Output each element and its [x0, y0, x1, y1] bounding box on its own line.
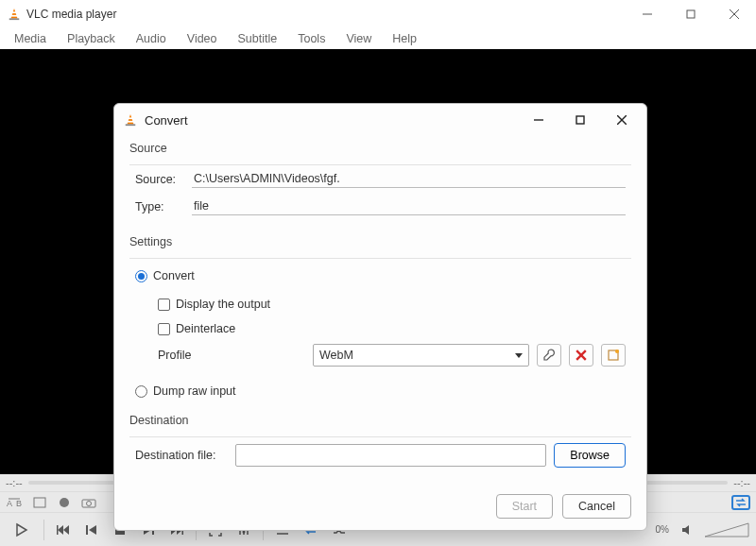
- profile-select[interactable]: WebM: [313, 344, 529, 367]
- dialog-maximize-button[interactable]: [559, 106, 601, 134]
- svg-point-25: [87, 501, 92, 505]
- svg-rect-9: [129, 117, 133, 119]
- source-label: Source:: [135, 173, 184, 186]
- dialog-close-button[interactable]: [601, 106, 643, 134]
- source-section-label: Source: [129, 136, 631, 159]
- svg-rect-3: [9, 18, 20, 20]
- svg-rect-10: [128, 121, 133, 123]
- menu-subtitle[interactable]: Subtitle: [228, 30, 288, 47]
- x-icon: [576, 350, 587, 361]
- dialog-title: Convert: [145, 113, 188, 128]
- convert-dialog: Convert Source Source: Type: Settings: [113, 103, 647, 531]
- svg-rect-5: [687, 10, 695, 18]
- deinterlace-checkbox[interactable]: Deinterlace: [158, 319, 235, 338]
- play-button[interactable]: [6, 517, 38, 543]
- svg-rect-30: [86, 525, 88, 535]
- source-input[interactable]: [192, 170, 626, 188]
- vlc-icon: [124, 113, 137, 127]
- maximize-button[interactable]: [669, 0, 713, 28]
- dump-raw-label: Dump raw input: [153, 384, 236, 398]
- settings-section-label: Settings: [129, 230, 631, 252]
- profile-label: Profile: [135, 349, 305, 362]
- video-area: Convert Source Source: Type: Settings: [0, 49, 756, 474]
- convert-radio[interactable]: Convert: [135, 266, 195, 285]
- dialog-minimize-button[interactable]: [518, 106, 559, 134]
- svg-text:B: B: [16, 499, 22, 508]
- volume-slider[interactable]: [703, 521, 750, 538]
- svg-marker-27: [58, 525, 63, 535]
- svg-marker-48: [705, 523, 748, 537]
- svg-point-19: [615, 350, 619, 353]
- browse-button[interactable]: Browse: [554, 443, 626, 468]
- vlc-icon: [8, 8, 21, 21]
- time-total: --:--: [733, 477, 750, 488]
- svg-rect-13: [576, 116, 584, 124]
- menu-audio[interactable]: Audio: [126, 30, 177, 47]
- convert-radio-label: Convert: [153, 269, 195, 282]
- minimize-button[interactable]: [626, 0, 669, 28]
- svg-rect-1: [12, 11, 17, 13]
- type-input[interactable]: [192, 197, 626, 215]
- main-window-controls: [626, 0, 756, 28]
- frame-step-button[interactable]: [30, 495, 49, 510]
- svg-text:A: A: [7, 499, 12, 508]
- deinterlace-label: Deinterlace: [176, 322, 235, 335]
- dialog-footer: Start Cancel: [114, 486, 646, 530]
- main-window-title: VLC media player: [26, 8, 116, 21]
- snapshot-button[interactable]: [79, 495, 98, 510]
- profile-value: WebM: [319, 349, 353, 362]
- svg-marker-29: [63, 525, 69, 535]
- svg-marker-47: [682, 525, 689, 535]
- chevron-down-icon: [515, 353, 523, 358]
- mute-button[interactable]: [675, 517, 701, 543]
- start-button[interactable]: Start: [496, 494, 553, 519]
- record-button[interactable]: [55, 495, 74, 510]
- svg-rect-28: [57, 525, 59, 535]
- menu-view[interactable]: View: [335, 30, 382, 47]
- dialog-titlebar[interactable]: Convert: [114, 104, 646, 136]
- close-button[interactable]: [713, 0, 756, 28]
- time-elapsed: --:--: [6, 477, 23, 488]
- svg-point-23: [60, 498, 69, 507]
- main-titlebar: VLC media player: [0, 0, 756, 28]
- cancel-button[interactable]: Cancel: [562, 494, 631, 519]
- menu-media[interactable]: Media: [4, 30, 57, 47]
- destination-section-label: Destination: [129, 408, 631, 431]
- loop-toggle-button[interactable]: [731, 495, 750, 510]
- svg-rect-11: [126, 124, 136, 126]
- display-output-checkbox[interactable]: Display the output: [158, 295, 270, 314]
- svg-marker-26: [17, 524, 26, 536]
- menu-playback[interactable]: Playback: [57, 30, 126, 47]
- wrench-icon: [542, 349, 556, 362]
- display-output-label: Display the output: [176, 298, 270, 311]
- svg-marker-31: [89, 525, 96, 535]
- dump-raw-radio[interactable]: Dump raw input: [135, 382, 236, 401]
- svg-rect-22: [34, 498, 45, 507]
- destination-file-label: Destination file:: [135, 449, 228, 462]
- menu-tools[interactable]: Tools: [287, 30, 335, 47]
- new-profile-button[interactable]: [601, 344, 626, 367]
- menu-video[interactable]: Video: [177, 30, 228, 47]
- previous-button[interactable]: [78, 517, 105, 543]
- menu-help[interactable]: Help: [382, 30, 427, 47]
- volume-percent: 0%: [656, 524, 669, 535]
- edit-profile-button[interactable]: [537, 344, 561, 367]
- ab-loop-button[interactable]: AB: [6, 495, 25, 510]
- destination-file-input[interactable]: [235, 444, 546, 467]
- skip-back-button[interactable]: [50, 517, 77, 543]
- new-profile-icon: [607, 349, 620, 362]
- menubar: Media Playback Audio Video Subtitle Tool…: [0, 28, 756, 49]
- svg-rect-2: [11, 15, 17, 17]
- delete-profile-button[interactable]: [569, 344, 593, 367]
- type-label: Type:: [135, 200, 184, 213]
